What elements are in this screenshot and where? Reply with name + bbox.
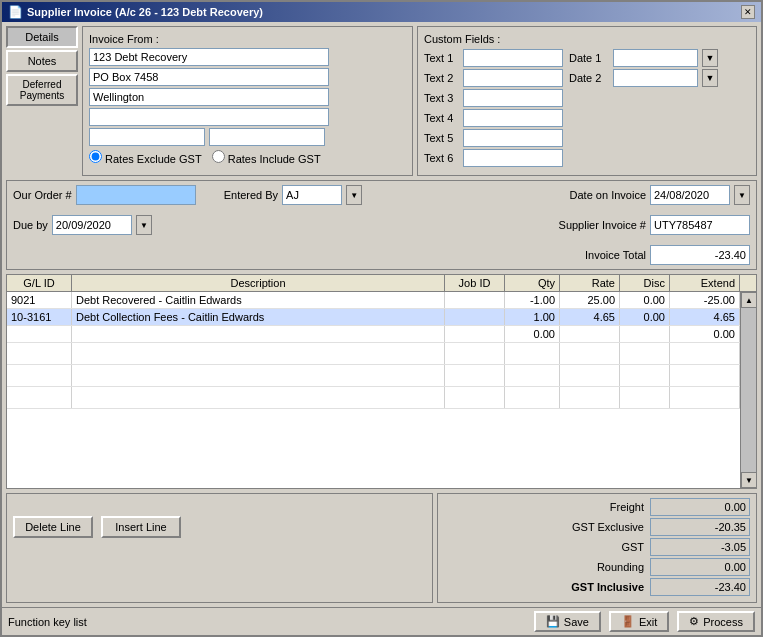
supplier-invoice-label: Supplier Invoice # bbox=[559, 219, 646, 231]
cell-rate: 25.00 bbox=[560, 292, 620, 308]
text1-input[interactable] bbox=[463, 49, 563, 67]
cell-desc bbox=[72, 326, 445, 342]
main-window: 📄 Supplier Invoice (A/c 26 - 123 Debt Re… bbox=[0, 0, 763, 637]
window-title: Supplier Invoice (A/c 26 - 123 Debt Reco… bbox=[27, 6, 263, 18]
date-on-invoice-dropdown[interactable]: ▼ bbox=[734, 185, 750, 205]
sidebar-tabs: Details Notes Deferred Payments bbox=[6, 26, 78, 176]
invoice-line4[interactable] bbox=[89, 108, 329, 126]
gst-inclusive-label: GST Inclusive bbox=[534, 581, 644, 593]
table-body: 9021 Debt Recovered - Caitlin Edwards -1… bbox=[7, 292, 740, 488]
entered-by-dropdown[interactable]: ▼ bbox=[346, 185, 362, 205]
cell-glid: 10-3161 bbox=[7, 309, 72, 325]
date2-input[interactable] bbox=[613, 69, 698, 87]
invoice-line3[interactable] bbox=[89, 88, 329, 106]
exit-button[interactable]: 🚪 Exit bbox=[609, 611, 669, 632]
table-row[interactable]: 10-3161 Debt Collection Fees - Caitlin E… bbox=[7, 309, 740, 326]
due-by-dropdown[interactable]: ▼ bbox=[136, 215, 152, 235]
col-header-extend: Extend bbox=[670, 275, 740, 291]
table-row[interactable]: 0.00 0.00 bbox=[7, 326, 740, 343]
footer: Function key list 💾 Save 🚪 Exit ⚙ Proces… bbox=[2, 607, 761, 635]
text3-label: Text 3 bbox=[424, 92, 459, 104]
our-order-input[interactable] bbox=[76, 185, 196, 205]
rounding-label: Rounding bbox=[534, 561, 644, 573]
title-bar: 📄 Supplier Invoice (A/c 26 - 123 Debt Re… bbox=[2, 2, 761, 22]
col-header-description: Description bbox=[72, 275, 445, 291]
cell-disc: 0.00 bbox=[620, 292, 670, 308]
cell-disc bbox=[620, 326, 670, 342]
cell-qty: -1.00 bbox=[505, 292, 560, 308]
gst-inclusive-value: -23.40 bbox=[650, 578, 750, 596]
date1-label: Date 1 bbox=[569, 52, 609, 64]
table-section: G/L ID Description Job ID Qty Rate Disc … bbox=[6, 274, 757, 489]
table-scrollbar[interactable]: ▲ ▼ bbox=[740, 292, 756, 488]
tab-deferred-payments[interactable]: Deferred Payments bbox=[6, 74, 78, 106]
delete-line-button[interactable]: Delete Line bbox=[13, 516, 93, 538]
table-row[interactable] bbox=[7, 387, 740, 409]
process-button[interactable]: ⚙ Process bbox=[677, 611, 755, 632]
gst-exclusive-value: -20.35 bbox=[650, 518, 750, 536]
due-by-label: Due by bbox=[13, 219, 48, 231]
cell-glid: 9021 bbox=[7, 292, 72, 308]
totals-area: Freight 0.00 GST Exclusive -20.35 GST -3… bbox=[437, 493, 757, 603]
rates-exclude-label[interactable]: Rates Exclude GST bbox=[89, 150, 202, 165]
cell-desc: Debt Recovered - Caitlin Edwards bbox=[72, 292, 445, 308]
date-on-invoice-input[interactable] bbox=[650, 185, 730, 205]
cell-qty: 0.00 bbox=[505, 326, 560, 342]
cell-jobid bbox=[445, 292, 505, 308]
invoice-total-input[interactable] bbox=[650, 245, 750, 265]
insert-line-button[interactable]: Insert Line bbox=[101, 516, 181, 538]
table-row[interactable] bbox=[7, 365, 740, 387]
table-row[interactable] bbox=[7, 343, 740, 365]
col-header-disc: Disc bbox=[620, 275, 670, 291]
cell-extend: 4.65 bbox=[670, 309, 740, 325]
col-header-jobid: Job ID bbox=[445, 275, 505, 291]
invoice-line1[interactable] bbox=[89, 48, 329, 66]
gst-exclusive-label: GST Exclusive bbox=[534, 521, 644, 533]
scroll-up-button[interactable]: ▲ bbox=[741, 292, 756, 308]
table-row[interactable]: 9021 Debt Recovered - Caitlin Edwards -1… bbox=[7, 292, 740, 309]
custom-fields-title: Custom Fields : bbox=[424, 33, 750, 45]
text4-input[interactable] bbox=[463, 109, 563, 127]
freight-value: 0.00 bbox=[650, 498, 750, 516]
date2-label: Date 2 bbox=[569, 72, 609, 84]
col-header-glid: G/L ID bbox=[7, 275, 72, 291]
scroll-down-button[interactable]: ▼ bbox=[741, 472, 756, 488]
freight-label: Freight bbox=[534, 501, 644, 513]
cell-desc: Debt Collection Fees - Caitlin Edwards bbox=[72, 309, 445, 325]
cell-extend: -25.00 bbox=[670, 292, 740, 308]
gst-label: GST bbox=[534, 541, 644, 553]
due-by-input[interactable] bbox=[52, 215, 132, 235]
text5-input[interactable] bbox=[463, 129, 563, 147]
rates-exclude-radio[interactable] bbox=[89, 150, 102, 163]
cell-jobid bbox=[445, 326, 505, 342]
close-button[interactable]: ✕ bbox=[741, 5, 755, 19]
function-key-list: Function key list bbox=[8, 616, 87, 628]
gst-value: -3.05 bbox=[650, 538, 750, 556]
date1-dropdown[interactable]: ▼ bbox=[702, 49, 718, 67]
buttons-area: Delete Line Insert Line bbox=[6, 493, 433, 603]
date2-dropdown[interactable]: ▼ bbox=[702, 69, 718, 87]
tab-details[interactable]: Details bbox=[6, 26, 78, 48]
save-icon: 💾 bbox=[546, 615, 560, 628]
entered-by-label: Entered By bbox=[224, 189, 278, 201]
scroll-track[interactable] bbox=[741, 308, 756, 472]
cell-jobid bbox=[445, 309, 505, 325]
cell-rate: 4.65 bbox=[560, 309, 620, 325]
invoice-line5a[interactable] bbox=[89, 128, 205, 146]
save-button[interactable]: 💾 Save bbox=[534, 611, 601, 632]
entered-by-input[interactable] bbox=[282, 185, 342, 205]
our-order-label: Our Order # bbox=[13, 189, 72, 201]
invoice-line5b[interactable] bbox=[209, 128, 325, 146]
text4-label: Text 4 bbox=[424, 112, 459, 124]
rates-include-label[interactable]: Rates Include GST bbox=[212, 150, 321, 165]
text6-input[interactable] bbox=[463, 149, 563, 167]
rounding-value: 0.00 bbox=[650, 558, 750, 576]
rates-include-radio[interactable] bbox=[212, 150, 225, 163]
invoice-line2[interactable] bbox=[89, 68, 329, 86]
text6-label: Text 6 bbox=[424, 152, 459, 164]
tab-notes[interactable]: Notes bbox=[6, 50, 78, 72]
text3-input[interactable] bbox=[463, 89, 563, 107]
date1-input[interactable] bbox=[613, 49, 698, 67]
supplier-invoice-input[interactable] bbox=[650, 215, 750, 235]
text2-input[interactable] bbox=[463, 69, 563, 87]
